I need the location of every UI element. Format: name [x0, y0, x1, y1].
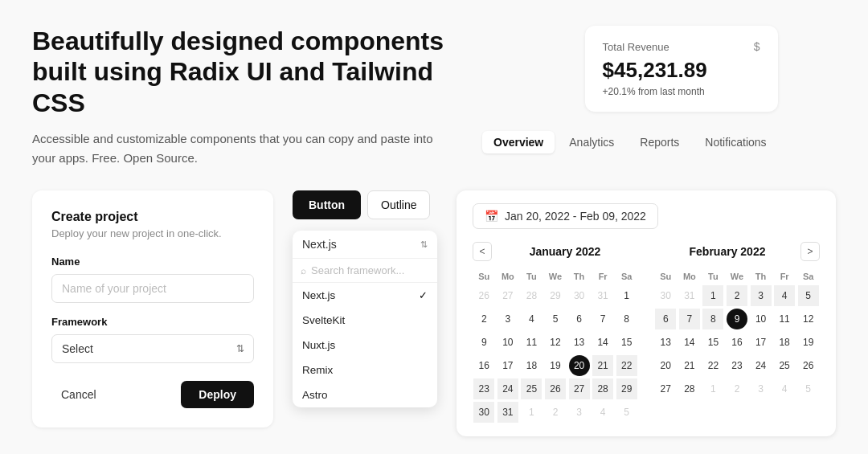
cal-day[interactable]: 15 — [702, 332, 723, 353]
cal-day[interactable]: 27 — [655, 378, 676, 399]
dropdown-item-remix[interactable]: Remix — [293, 358, 437, 382]
tab-overview[interactable]: Overview — [482, 131, 555, 153]
cal-day[interactable]: 16 — [727, 332, 747, 353]
cal-day[interactable]: 1 — [702, 378, 723, 399]
cal-day[interactable]: 30 — [655, 285, 676, 306]
cal-day[interactable]: 3 — [497, 309, 518, 329]
tab-notifications[interactable]: Notifications — [694, 131, 777, 153]
cal-day[interactable]: 19 — [545, 355, 566, 376]
primary-button[interactable]: Button — [293, 190, 361, 219]
cal-day[interactable]: 5 — [616, 402, 637, 423]
cal-day[interactable]: 17 — [751, 332, 772, 353]
cal-day[interactable]: 8 — [616, 309, 637, 329]
cal-day[interactable]: 20 — [655, 355, 676, 376]
cal-day[interactable]: 4 — [774, 285, 795, 306]
cal-day[interactable]: 31 — [497, 402, 518, 423]
tab-reports[interactable]: Reports — [628, 131, 690, 153]
cal-day[interactable]: 30 — [473, 402, 494, 423]
cal-day[interactable]: 12 — [798, 309, 819, 329]
cal-day[interactable]: 26 — [473, 285, 494, 306]
cal-day[interactable]: 23 — [727, 355, 747, 376]
cal-day[interactable]: 18 — [521, 355, 542, 376]
dropdown-item-nuxtjs[interactable]: Nuxt.js — [293, 333, 437, 358]
cal-day[interactable]: 1 — [702, 285, 723, 306]
cal-day[interactable]: 26 — [545, 378, 566, 399]
cal-day[interactable]: 13 — [569, 332, 590, 353]
cal-day[interactable]: 12 — [545, 332, 566, 353]
cal-day[interactable]: 11 — [774, 309, 795, 329]
cal-day[interactable]: 31 — [679, 285, 700, 306]
dropdown-item-sveltekit[interactable]: SvelteKit — [293, 308, 437, 333]
deploy-button[interactable]: Deploy — [181, 381, 254, 408]
cal-day[interactable]: 17 — [497, 355, 518, 376]
cal-day[interactable]: 8 — [702, 309, 723, 329]
cal-day[interactable]: 5 — [545, 309, 566, 329]
cal-day[interactable]: 2 — [727, 378, 747, 399]
date-range-text: Jan 20, 2022 - Feb 09, 2022 — [505, 210, 646, 223]
cal-day[interactable]: 24 — [751, 355, 772, 376]
framework-section: Framework Select Next.js SvelteKit Nuxt.… — [51, 316, 254, 363]
outline-button[interactable]: Outline — [367, 190, 430, 219]
cal-day[interactable]: 18 — [774, 332, 795, 353]
cal-day[interactable]: 3 — [751, 378, 772, 399]
cal-day[interactable]: 2 — [473, 309, 494, 329]
dropdown-item-nextjs[interactable]: Next.js ✓ — [293, 283, 437, 308]
framework-search-input[interactable] — [311, 264, 429, 276]
cal-day[interactable]: 1 — [521, 402, 542, 423]
cal-day[interactable]: 5 — [798, 285, 819, 306]
calendar-date-range[interactable]: 📅 Jan 20, 2022 - Feb 09, 2022 — [473, 203, 658, 229]
cal-day[interactable]: 28 — [679, 378, 700, 399]
cal-day[interactable]: 6 — [655, 309, 676, 329]
cal-day[interactable]: 30 — [569, 285, 590, 306]
cal-day-9-feb[interactable]: 9 — [727, 309, 747, 329]
cal-day[interactable]: 16 — [473, 355, 494, 376]
framework-select[interactable]: Select Next.js SvelteKit Nuxt.js Remix A… — [51, 334, 254, 363]
dropdown-item-astro[interactable]: Astro — [293, 382, 437, 407]
cal-day[interactable]: 22 — [702, 355, 723, 376]
cal-day[interactable]: 7 — [592, 309, 613, 329]
cal-day[interactable]: 1 — [616, 285, 637, 306]
prev-month-button[interactable]: < — [473, 242, 492, 261]
cal-day[interactable]: 21 — [592, 355, 613, 376]
cal-day[interactable]: 29 — [616, 378, 637, 399]
cal-day[interactable]: 25 — [774, 355, 795, 376]
cal-day[interactable]: 28 — [592, 378, 613, 399]
cal-day[interactable]: 29 — [545, 285, 566, 306]
cal-day[interactable]: 5 — [798, 378, 819, 399]
cal-day[interactable]: 31 — [592, 285, 613, 306]
cal-day[interactable]: 11 — [521, 332, 542, 353]
cal-day[interactable]: 3 — [751, 285, 772, 306]
cal-day[interactable]: 25 — [521, 378, 542, 399]
cal-day[interactable]: 4 — [774, 378, 795, 399]
cal-day[interactable]: 4 — [592, 402, 613, 423]
cal-day[interactable]: 2 — [727, 285, 747, 306]
cal-day[interactable]: 9 — [473, 332, 494, 353]
cal-day[interactable]: 10 — [751, 309, 772, 329]
cal-day[interactable]: 6 — [569, 309, 590, 329]
cal-day[interactable]: 4 — [521, 309, 542, 329]
cal-day[interactable]: 27 — [497, 285, 518, 306]
cancel-button[interactable]: Cancel — [51, 382, 106, 407]
cal-day[interactable]: 22 — [616, 355, 637, 376]
dropdown-selector[interactable]: Next.js ⇅ — [293, 231, 437, 259]
cal-day[interactable]: 24 — [497, 378, 518, 399]
cal-day-20-jan[interactable]: 20 — [569, 355, 590, 376]
cal-day[interactable]: 28 — [521, 285, 542, 306]
cal-day[interactable]: 21 — [679, 355, 700, 376]
cal-day[interactable]: 15 — [616, 332, 637, 353]
cal-day[interactable]: 26 — [798, 355, 819, 376]
tab-analytics[interactable]: Analytics — [558, 131, 625, 153]
cal-day[interactable]: 2 — [545, 402, 566, 423]
cal-day[interactable]: 19 — [798, 332, 819, 353]
cal-day[interactable]: 7 — [679, 309, 700, 329]
project-name-input[interactable] — [51, 274, 254, 303]
revenue-dollar-icon: $ — [754, 40, 760, 53]
cal-day[interactable]: 3 — [569, 402, 590, 423]
cal-day[interactable]: 10 — [497, 332, 518, 353]
cal-day[interactable]: 14 — [592, 332, 613, 353]
cal-day[interactable]: 13 — [655, 332, 676, 353]
cal-day[interactable]: 14 — [679, 332, 700, 353]
cal-day[interactable]: 27 — [569, 378, 590, 399]
cal-day[interactable]: 23 — [473, 378, 494, 399]
next-month-button[interactable]: > — [800, 242, 820, 261]
